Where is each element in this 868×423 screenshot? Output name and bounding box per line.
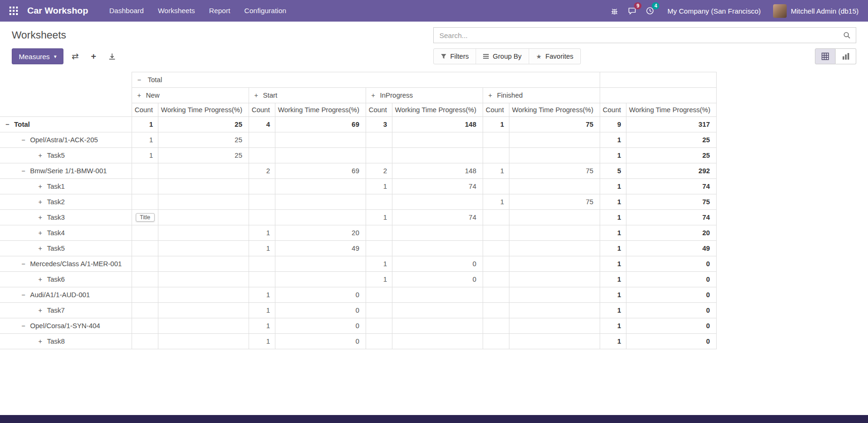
measure-header-progress[interactable]: Working Time Progress(%)	[626, 103, 716, 117]
col-total-header[interactable]: − Total	[132, 72, 600, 88]
pivot-row-header[interactable]: +Task7	[0, 303, 132, 318]
pivot-row-label: Task1	[47, 183, 65, 190]
pivot-cell	[366, 287, 392, 303]
pivot-cell: 20	[626, 225, 716, 241]
pivot-row-header[interactable]: +Task8	[0, 334, 132, 349]
pivot-cell	[132, 303, 158, 318]
measure-header-progress[interactable]: Working Time Progress(%)	[275, 103, 366, 117]
expand-icon: +	[37, 183, 44, 190]
measure-header-count[interactable]: Count	[132, 103, 158, 117]
search-input[interactable]	[434, 31, 838, 39]
pivot-cell	[392, 241, 483, 256]
debug-mode-button[interactable]	[606, 0, 623, 22]
bar-chart-view-button[interactable]	[836, 48, 856, 64]
flip-axis-button[interactable]: ⇄	[67, 49, 83, 63]
menu-item-report[interactable]: Report	[202, 0, 237, 22]
favorites-button[interactable]: ★ Favorites	[529, 49, 580, 64]
pivot-cell: 25	[626, 132, 716, 148]
pivot-row-header[interactable]: −Audi/A1/1-AUD-001	[0, 287, 132, 303]
messages-badge: 9	[634, 2, 641, 9]
pivot-row-header[interactable]: +Task1	[0, 179, 132, 194]
group-by-button[interactable]: Group By	[476, 49, 529, 64]
pivot-view-button[interactable]	[815, 48, 836, 64]
pivot-cell	[366, 194, 392, 210]
pivot-cell	[483, 303, 509, 318]
search-button[interactable]	[838, 31, 856, 39]
pivot-cell	[132, 163, 158, 179]
pivot-cell: 0	[626, 272, 716, 287]
pivot-cell: 25	[158, 132, 249, 148]
pivot-row-header[interactable]: −Opel/Corsa/1-SYN-404	[0, 318, 132, 334]
menu-item-configuration[interactable]: Configuration	[237, 0, 293, 22]
col-group-label: InProgress	[380, 92, 413, 99]
col-group-header-finished[interactable]: +Finished	[483, 88, 600, 103]
pivot-cell	[392, 132, 483, 148]
pivot-header-measures-row: CountWorking Time Progress(%)CountWorkin…	[0, 103, 716, 117]
search-icon	[843, 31, 851, 39]
pivot-row-label: Audi/A1/1-AUD-001	[30, 291, 90, 299]
bar-chart-icon	[842, 53, 850, 60]
pivot-row: +Task1174174	[0, 179, 716, 194]
pivot-cell: 1	[366, 256, 392, 272]
pivot-cell	[483, 148, 509, 163]
pivot-cell: 1	[249, 318, 275, 334]
pivot-cell: 0	[392, 256, 483, 272]
app-title[interactable]: Car Workshop	[27, 6, 88, 16]
menu-item-worksheets[interactable]: Worksheets	[151, 0, 202, 22]
pivot-row-header[interactable]: +Task3	[0, 210, 132, 225]
measures-button[interactable]: Measures ▾	[12, 48, 63, 64]
measure-header-count[interactable]: Count	[600, 103, 626, 117]
pivot-grid-icon	[821, 53, 829, 60]
pivot-cell	[509, 210, 600, 225]
col-group-header-new[interactable]: +New	[132, 88, 249, 103]
col-group-header-start[interactable]: +Start	[249, 88, 366, 103]
measure-header-progress[interactable]: Working Time Progress(%)	[392, 103, 483, 117]
pivot-row-label: Task7	[47, 307, 65, 314]
apps-grid-icon	[9, 7, 18, 15]
pivot-row-header[interactable]: +Task4	[0, 225, 132, 241]
page-title: Worksheets	[12, 29, 66, 41]
pivot-cell	[132, 334, 158, 349]
messages-button[interactable]: 9	[623, 0, 641, 22]
expand-icon: +	[37, 198, 44, 206]
apps-menu-button[interactable]	[6, 0, 22, 22]
expand-icon: +	[370, 92, 377, 99]
pivot-row-label: Opel/Astra/1-ACK-205	[30, 136, 98, 144]
pivot-row-header[interactable]: −Mercedes/Class A/1-MER-001	[0, 256, 132, 272]
filters-button[interactable]: Filters	[434, 49, 476, 64]
company-switcher[interactable]: My Company (San Francisco)	[659, 0, 769, 22]
menu-item-dashboard[interactable]: Dashboard	[102, 0, 151, 22]
pivot-row-header[interactable]: −Total	[0, 117, 132, 132]
pivot-row: +Task81010	[0, 334, 716, 349]
pivot-cell	[483, 179, 509, 194]
pivot-row-header[interactable]: +Task6	[0, 272, 132, 287]
measure-header-count[interactable]: Count	[483, 103, 509, 117]
pivot-cell: 1	[366, 272, 392, 287]
pivot-cell	[158, 241, 249, 256]
filter-group: Filters Group By ★ Favorites	[433, 48, 581, 64]
col-group-header-inprogress[interactable]: +InProgress	[366, 88, 483, 103]
pivot-cell	[392, 194, 483, 210]
pivot-cell	[158, 179, 249, 194]
navbar-menu: Dashboard Worksheets Report Configuratio…	[102, 0, 294, 22]
measure-header-progress[interactable]: Working Time Progress(%)	[509, 103, 600, 117]
pivot-row-header[interactable]: +Task5	[0, 148, 132, 163]
download-xlsx-button[interactable]	[104, 51, 120, 62]
measure-header-progress[interactable]: Working Time Progress(%)	[158, 103, 249, 117]
pivot-table-container: − Total +New+Start+InProgress+Finished C…	[0, 72, 868, 349]
measure-header-count[interactable]: Count	[249, 103, 275, 117]
pivot-row-header[interactable]: −Opel/Astra/1-ACK-205	[0, 132, 132, 148]
pivot-cell: 0	[626, 334, 716, 349]
pivot-row-header[interactable]: +Task2	[0, 194, 132, 210]
user-menu[interactable]: Mitchell Admin (db15)	[769, 0, 861, 22]
pivot-cell	[249, 132, 275, 148]
pivot-cell: 74	[626, 179, 716, 194]
measure-header-count[interactable]: Count	[366, 103, 392, 117]
corner-blank	[0, 103, 132, 117]
pivot-row-header[interactable]: +Task5	[0, 241, 132, 256]
pivot-row-header[interactable]: −Bmw/Serie 1/1-BMW-001	[0, 163, 132, 179]
expand-all-button[interactable]: +	[86, 49, 100, 63]
activities-button[interactable]: 4	[641, 0, 659, 22]
pivot-header-groups-row: +New+Start+InProgress+Finished	[0, 88, 716, 103]
filters-label: Filters	[450, 53, 469, 60]
